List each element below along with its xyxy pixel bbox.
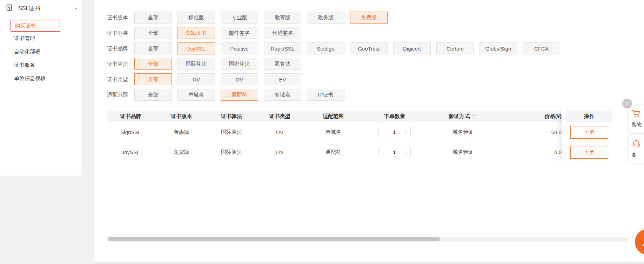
col-header-brand: 证书品牌 [107, 113, 154, 120]
sidebar-header[interactable]: SSL证书 [0, 0, 81, 17]
filter-chip[interactable]: 国际算法 [177, 58, 215, 70]
stepper-plus-button[interactable]: + [401, 127, 410, 137]
filter-row-brand: 证书品牌 全部 JoySSL Positive RapidSSL Sectigo… [107, 42, 644, 54]
filter-panel: 证书版本 全部 标准版 专业版 教育版 政务版 免费版 证书分类 全部 SSL证… [94, 0, 644, 101]
filter-chip[interactable]: 全部 [134, 89, 172, 101]
col-header-scope: 适配范围 [305, 113, 361, 120]
sidebar-item-cert-service[interactable]: 证书服务 [0, 58, 81, 72]
table-header-row: 证书品牌 证书版本 证书算法 证书类型 适配范围 下单数量 验证方式 ? 价格(… [107, 111, 612, 122]
cell-version: 普惠版 [154, 129, 209, 136]
filter-chip[interactable]: 全部 [134, 12, 172, 24]
filter-chip[interactable]: IP证书 [307, 89, 344, 101]
cell-validation: 域名验证 [428, 129, 498, 136]
stepper-value: 1 [388, 127, 401, 137]
filter-label: 证书类型 [107, 76, 134, 83]
cert-table: 证书品牌 证书版本 证书算法 证书类型 适配范围 下单数量 验证方式 ? 价格(… [107, 111, 612, 162]
cell-version: 免费版 [154, 149, 209, 156]
stepper-plus-button[interactable]: + [401, 147, 410, 157]
col-header-price: 价格(¥) [498, 113, 566, 120]
filter-label: 证书品牌 [107, 45, 134, 52]
filter-chip[interactable]: 单域名 [177, 89, 215, 101]
sidebar-item-org-template[interactable]: 单位信息模板 [0, 72, 81, 85]
filter-chip[interactable]: OV [221, 73, 258, 85]
cell-algorithm: 国际算法 [209, 149, 254, 156]
sidebar: SSL证书 购买证书 证书管理 自动化部署 证书服务 单位信息模板 [0, 0, 81, 176]
filter-row-algorithm: 证书算法 全部 国际算法 国密算法 双算法 [107, 58, 644, 70]
sidebar-item-auto-deploy[interactable]: 自动化部署 [0, 45, 81, 58]
cell-price: 68.0 [498, 129, 566, 135]
filter-chip[interactable]: 多域名 [264, 89, 301, 101]
filter-row-version: 证书版本 全部 标准版 专业版 教育版 政务版 免费版 [107, 12, 644, 24]
filter-chip-selected[interactable]: 免费版 [350, 12, 388, 24]
fixed-operation-column: 操作 下单 下单 [566, 111, 612, 162]
filter-chip[interactable]: 全部 [134, 27, 172, 39]
table-row: SignSSL 普惠版 国际算法 DV 单域名 - 1 + 域名验证 68.0 [107, 122, 612, 142]
filter-chip[interactable]: 标准版 [177, 12, 215, 24]
cell-brand: SignSSL [107, 129, 154, 135]
order-button[interactable]: 下单 [570, 146, 608, 159]
horizontal-scrollbar-thumb[interactable] [108, 237, 440, 241]
filter-chip[interactable]: Digicert [393, 42, 431, 54]
stepper-minus-button[interactable]: - [379, 127, 388, 137]
filter-label: 证书版本 [107, 14, 134, 21]
filter-chip[interactable]: DV [177, 73, 215, 85]
help-icon[interactable]: ? [472, 114, 477, 119]
cell-type: DV [254, 149, 305, 155]
col-header-operation: 操作 [566, 111, 612, 122]
col-header-validation: 验证方式 ? [428, 113, 498, 120]
customer-service-button[interactable]: 客 [629, 135, 644, 163]
quantity-stepper: - 1 + [378, 147, 411, 157]
cart-count-badge: 0 [622, 99, 632, 108]
col-header-algorithm: 证书算法 [209, 113, 254, 120]
filter-label: 证书分类 [107, 30, 134, 37]
filter-chip[interactable]: Positive [221, 42, 258, 54]
cell-price: 0.0 [498, 149, 566, 155]
cell-scope: 单域名 [305, 129, 361, 136]
filter-chip-selected[interactable]: SSL证书 [177, 27, 215, 39]
chevron-down-icon[interactable] [74, 6, 79, 11]
filter-chip[interactable]: EV [264, 73, 301, 85]
filter-chip[interactable]: 专业版 [221, 12, 258, 24]
headset-icon [632, 139, 641, 150]
cell-validation: 域名验证 [428, 149, 498, 156]
person-icon [641, 234, 644, 250]
bottom-edge-bar [94, 262, 644, 264]
filter-chip-selected[interactable]: JoySSL [177, 42, 215, 54]
filter-chip[interactable]: 国密算法 [221, 58, 258, 70]
filter-chip[interactable]: GlobalSign [479, 42, 517, 54]
col-header-type: 证书类型 [254, 113, 305, 120]
filter-row-scope: 适配范围 全部 单域名 通配符 多域名 IP证书 [107, 89, 644, 101]
filter-chip[interactable]: 邮件签名 [221, 27, 258, 39]
service-label: 客 [632, 152, 637, 158]
sidebar-item-cert-manage[interactable]: 证书管理 [0, 32, 81, 45]
filter-chip[interactable]: 全部 [134, 42, 172, 54]
sidebar-title: SSL证书 [18, 5, 74, 12]
filter-chip[interactable]: 双算法 [264, 58, 301, 70]
cell-quantity: - 1 + [361, 127, 428, 137]
filter-chip[interactable]: 教育版 [264, 12, 301, 24]
cell-type: DV [254, 129, 305, 135]
filter-chip[interactable]: CFCA [523, 42, 560, 54]
order-button[interactable]: 下单 [570, 126, 608, 139]
col-header-validation-label: 验证方式 [449, 113, 470, 120]
quantity-stepper: - 1 + [378, 127, 411, 137]
stepper-minus-button[interactable]: - [379, 147, 388, 157]
filter-chip[interactable]: RapidSSL [264, 42, 301, 54]
filter-chip[interactable]: 代码签名 [264, 27, 301, 39]
cell-quantity: - 1 + [361, 147, 428, 157]
filter-chip-selected[interactable]: 全部 [134, 73, 172, 85]
filter-label: 适配范围 [107, 92, 134, 98]
operation-cell: 下单 [566, 142, 612, 162]
filter-chip[interactable]: Certum [436, 42, 474, 54]
filter-chip-selected[interactable]: 通配符 [221, 89, 258, 101]
filter-chip[interactable]: 政务版 [307, 12, 344, 24]
filter-chip[interactable]: Sectigo [307, 42, 344, 54]
filter-chip[interactable]: GeoTrust [350, 42, 388, 54]
cart-panel-button[interactable]: 购物 [629, 105, 644, 132]
filter-chip-selected[interactable]: 全部 [134, 58, 172, 70]
col-header-quantity: 下单数量 [361, 113, 428, 120]
sidebar-item-buy-cert-selected[interactable]: 购买证书 [11, 20, 60, 32]
main-content: 证书版本 全部 标准版 专业版 教育版 政务版 免费版 证书分类 全部 SSL证… [94, 0, 644, 262]
filter-label: 证书算法 [107, 61, 134, 67]
horizontal-scrollbar-track [107, 237, 628, 242]
